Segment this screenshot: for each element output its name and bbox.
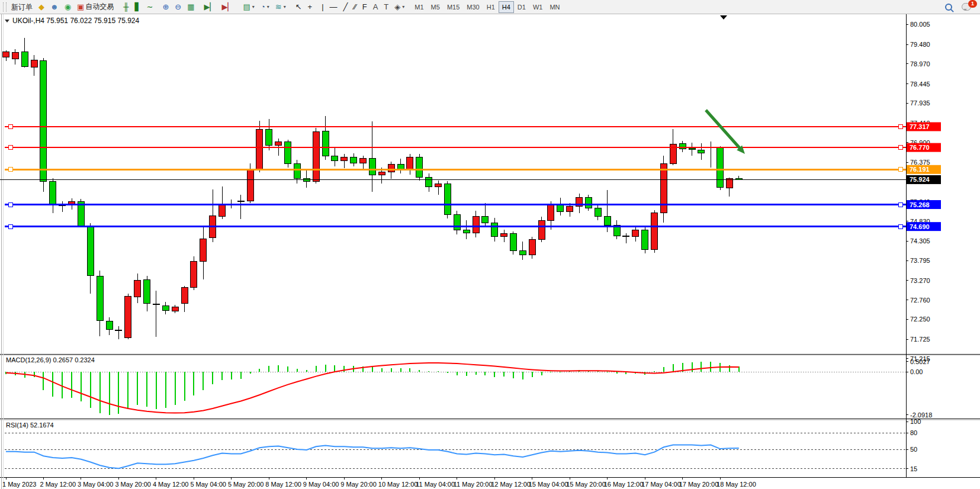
zoom-out-button[interactable]: ⊖ [172, 1, 184, 12]
time-tick-label: 5 May 20:00 [228, 481, 264, 488]
timeframe-h4[interactable]: H4 [499, 1, 514, 13]
candle-body [115, 330, 122, 330]
text-label-button[interactable]: T [381, 1, 391, 12]
candle-body [313, 132, 319, 181]
cursor-button[interactable]: ↖ [293, 1, 305, 12]
candle-body [689, 148, 695, 149]
toolbar-grip[interactable] [3, 2, 7, 12]
line-handle [8, 125, 12, 129]
time-tick-label: 9 May 20:00 [340, 481, 377, 488]
horizontal-line-75.268[interactable]: 75.268 [5, 200, 941, 209]
vertical-line-button[interactable]: | [319, 1, 326, 12]
toolbar-buttons: 新订单◆☻◉▣自动交易╫▋∼⊕⊖▦▶▏▶▏▤▾◔▾≋▾↖+|—╱∕∕FAT◈▾ [8, 1, 411, 13]
candle-body [125, 296, 131, 337]
chart-shift-button[interactable]: ▶▏ [219, 1, 237, 12]
price-axis: 80.00579.48078.97078.44577.93577.41076.9… [906, 21, 930, 362]
chart-shift-icon: ▶▏ [222, 3, 234, 11]
timeframe-w1[interactable]: W1 [529, 1, 547, 13]
line-handle [8, 202, 12, 207]
candle-body [285, 141, 291, 163]
horizontal-line-76.191[interactable]: 76.191 [5, 165, 941, 174]
time-tick-label: 16 May 12:00 [604, 481, 644, 488]
dropdown-caret-icon: ▾ [402, 4, 404, 9]
timeframe-m30[interactable]: M30 [463, 1, 483, 13]
price-tag-label: 75.924 [910, 176, 930, 183]
crosshair-button[interactable]: + [305, 1, 316, 12]
price-tick-label: 71.725 [910, 336, 930, 343]
candle-body [256, 130, 263, 169]
line-chart-button[interactable]: ∼ [144, 1, 156, 12]
auto-scroll-button[interactable]: ▶▏ [201, 1, 219, 12]
chart-canvas: 80.00579.48078.97078.44577.93577.41076.9… [0, 0, 980, 489]
timeframe-m5[interactable]: M5 [428, 1, 444, 13]
price-tick-label: 79.480 [910, 41, 930, 48]
zoom-in-button[interactable]: ⊕ [159, 1, 172, 12]
rsi-tick-label: 50 [910, 446, 917, 453]
horizontal-line-77.317[interactable]: 77.317 [5, 123, 941, 131]
candle-body [595, 208, 601, 217]
indicators-button[interactable]: ≋▾ [272, 1, 289, 12]
horizontal-line-button[interactable]: — [327, 1, 340, 12]
line-handle [898, 202, 902, 207]
candle-body [604, 217, 611, 226]
timeframe-m1[interactable]: M1 [411, 1, 427, 13]
price-tag-label: 76.770 [910, 144, 930, 151]
period-button[interactable]: ◔▾ [258, 1, 272, 12]
timeframe-mn[interactable]: MN [546, 1, 563, 13]
line-chart-icon: ∼ [147, 3, 153, 11]
collapse-icon[interactable] [5, 20, 9, 22]
search-button[interactable] [942, 1, 955, 13]
timeframe-h1[interactable]: H1 [483, 1, 499, 13]
timeframe-m15[interactable]: M15 [444, 1, 463, 13]
new-chart-button[interactable]: ▤▾ [240, 1, 258, 12]
period-icon: ◔ [261, 3, 265, 11]
equidistant-channel-button[interactable]: ∕∕ [351, 1, 359, 12]
bar-chart-button[interactable]: ╫ [120, 1, 131, 12]
candle-body [529, 239, 535, 255]
shapes-button[interactable]: ◈▾ [391, 1, 407, 12]
auto-scroll-icon: ▶▏ [204, 3, 216, 11]
text-button[interactable]: A [370, 1, 381, 12]
candle-body [134, 280, 141, 297]
chart-shift-marker[interactable] [720, 15, 727, 20]
alerts-button[interactable]: ◆ [36, 1, 47, 12]
new-chart-icon: ▤ [243, 3, 250, 11]
timeframe-d1[interactable]: D1 [514, 1, 529, 13]
horizontal-line-75.924[interactable]: 75.924 [0, 175, 941, 184]
line-handle [8, 168, 12, 172]
candlestick-chart-button[interactable]: ▋ [132, 1, 144, 12]
horizontal-line-76.770[interactable]: 76.770 [5, 143, 941, 152]
candle-body [341, 157, 348, 160]
auto-trading-button[interactable]: ▣自动交易 [74, 1, 117, 12]
fibonacci-button[interactable]: F [359, 1, 370, 12]
candle-body [237, 201, 244, 202]
candle-body [510, 234, 516, 251]
community-button[interactable]: ☻ [47, 1, 62, 12]
line-handle [8, 146, 12, 150]
candle-body [153, 304, 159, 305]
candle-body [435, 184, 442, 186]
crosshair-icon: + [308, 3, 313, 11]
candles [3, 38, 743, 340]
price-tick-label: 74.305 [910, 237, 930, 244]
time-tick-label: 1 May 2023 [2, 481, 36, 488]
new-order-button[interactable]: 新订单 [8, 1, 36, 13]
price-tag-label: 75.268 [910, 201, 930, 208]
candle-body [519, 251, 526, 255]
candle-body [219, 204, 226, 217]
candle-body [698, 150, 705, 153]
line-handle [8, 224, 12, 229]
trendline-button[interactable]: ╱ [340, 1, 351, 12]
time-tick-label: 17 May 04:00 [641, 481, 681, 488]
time-tick-label: 3 May 20:00 [115, 481, 151, 488]
text-icon: A [373, 3, 378, 11]
candle-body [200, 239, 207, 262]
signals-button[interactable]: ◉ [62, 1, 74, 12]
price-tag-label: 74.690 [910, 223, 930, 230]
candle-body [294, 163, 300, 179]
chat-button[interactable]: 1 [959, 1, 974, 13]
tile-windows-button[interactable]: ▦ [184, 1, 197, 12]
candle-body [144, 280, 150, 304]
price-tick-label: 80.005 [910, 21, 930, 28]
signals-icon: ◉ [65, 3, 71, 11]
